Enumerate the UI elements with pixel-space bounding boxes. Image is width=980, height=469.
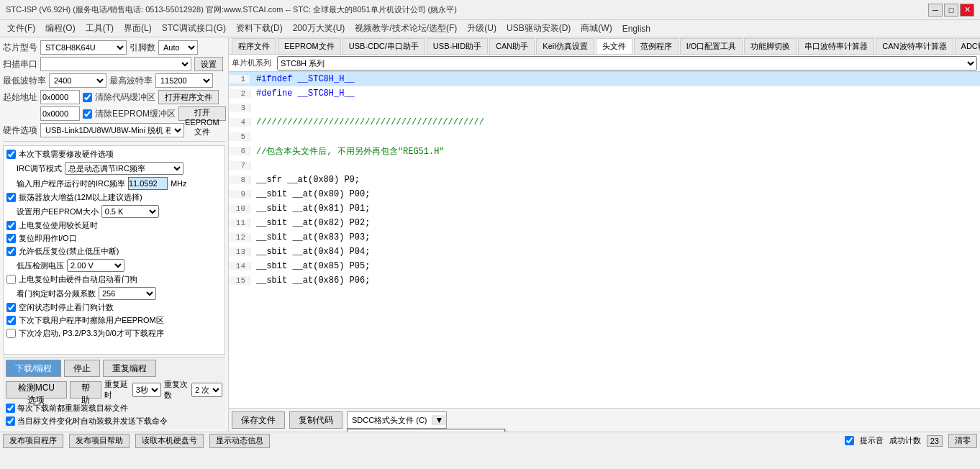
menu-item-编程(O)[interactable]: 编程(O) xyxy=(41,21,79,36)
reset-prog-button[interactable]: 重复编程 xyxy=(103,360,156,377)
watchdog-div-select[interactable]: 256 xyxy=(99,287,156,300)
low-voltage-detect-row: 低压检测电压 2.00 V xyxy=(6,259,222,272)
success-count-value: 23 xyxy=(927,435,943,447)
repeat-count-select[interactable]: 2 次 xyxy=(191,383,222,397)
code-text-11: __sbit __at(0x82) P02; xyxy=(250,218,370,228)
idle-watchdog-check[interactable] xyxy=(6,303,16,312)
settings-button[interactable]: 设置 xyxy=(194,57,223,71)
scan-port-select[interactable] xyxy=(40,57,191,71)
scan-port-label: 扫描串口 xyxy=(3,58,37,70)
irc-mode-select[interactable]: 总是动态调节IRC频率 xyxy=(65,162,183,175)
baud-row: 最低波特率 2400 最高波特率 115200 xyxy=(3,73,225,88)
copy-code-button[interactable]: 复制代码 xyxy=(289,411,342,429)
hardware-select[interactable]: USB-Link1D/U8W/U8W-Mini 脱机 程序加 ▼ xyxy=(40,123,184,137)
code-text-8: __sfr __at(0x80) P0; xyxy=(250,175,360,185)
menu-item-商城(W)[interactable]: 商城(W) xyxy=(576,21,616,36)
start-addr-label: 起始地址 xyxy=(3,91,37,104)
line-number-15: 15 xyxy=(229,276,250,285)
publish-help-button[interactable]: 发布项目帮助 xyxy=(69,434,130,448)
tab-1[interactable]: EEPROM文件 xyxy=(278,38,341,54)
reset-p1-check[interactable] xyxy=(6,234,16,243)
clear-code-cache-check[interactable] xyxy=(83,93,92,102)
next-boot-check[interactable] xyxy=(6,329,16,338)
pin-count-label: 引脚数 xyxy=(130,42,155,54)
tab-2[interactable]: USB-CDC/串口助手 xyxy=(342,38,425,54)
open-prog-file-button[interactable]: 打开程序文件 xyxy=(158,90,219,104)
stop-button[interactable]: 停止 xyxy=(64,360,100,377)
save-file-button[interactable]: 保存文件 xyxy=(232,411,285,429)
tab-0[interactable]: 程序文件 xyxy=(232,38,276,54)
tab-9[interactable]: 功能脚切换 xyxy=(744,38,797,54)
tab-7[interactable]: 范例程序 xyxy=(634,38,679,54)
chip-label: 芯片型号 xyxy=(3,42,37,54)
auto-download-check[interactable] xyxy=(6,416,15,426)
eeprom-size-select[interactable]: 0.5 K xyxy=(101,205,159,218)
close-button[interactable]: ✕ xyxy=(960,4,974,17)
watchdog-check[interactable] xyxy=(6,275,16,284)
voltage-detect-select[interactable]: 2.00 V xyxy=(67,259,124,272)
help-button[interactable]: 帮助 xyxy=(70,381,102,399)
next-boot-row: 下次冷启动, P3.2/P3.3为0/0才可下载程序 xyxy=(6,328,222,339)
open-eeprom-file-button[interactable]: 打开EEPROM文件 xyxy=(178,106,226,121)
menu-item-界面(L)[interactable]: 界面(L) xyxy=(119,21,156,36)
read-hard-disk-button[interactable]: 读取本机硬盘号 xyxy=(135,434,204,448)
irc-mode-label: IRC调节模式 xyxy=(6,163,62,174)
repeat-delay-select[interactable]: 3秒 xyxy=(132,383,161,397)
start-addr-input[interactable] xyxy=(40,90,80,104)
tab-3[interactable]: USB-HID助手 xyxy=(427,38,488,54)
dropdown-option-0[interactable]: Keil格式头文件 (C) xyxy=(348,429,504,432)
pin-count-select[interactable]: Auto xyxy=(158,40,198,55)
menu-item-USB驱动安装(D)[interactable]: USB驱动安装(D) xyxy=(502,21,575,36)
menu-item-200万大奖(U)[interactable]: 200万大奖(U) xyxy=(289,21,350,36)
tab-4[interactable]: CAN助手 xyxy=(489,38,535,54)
menu-item-工具(T)[interactable]: 工具(T) xyxy=(81,21,118,36)
clear-count-button[interactable]: 清零 xyxy=(948,434,977,448)
menu-item-资料下载(D)[interactable]: 资料下载(D) xyxy=(232,21,287,36)
tab-11[interactable]: CAN波特率计算器 xyxy=(876,38,953,54)
modify-hardware-options-check[interactable] xyxy=(6,150,16,159)
show-dynamic-button[interactable]: 显示动态信息 xyxy=(209,434,270,448)
dropdown-arrow[interactable]: ▼ xyxy=(432,415,447,425)
sound-check[interactable] xyxy=(845,436,854,445)
max-baud-select[interactable]: 115200 xyxy=(155,73,213,88)
erase-eeprom-row: 下次下载用户程序时擦除用户EEPROM区 xyxy=(6,315,222,326)
repeat-count-label: 重复次数 xyxy=(164,379,189,401)
clear-eeprom-cache-check[interactable] xyxy=(83,109,92,119)
low-voltage-check[interactable] xyxy=(6,247,16,256)
line-number-12: 12 xyxy=(229,233,250,242)
menu-item-STC调试接口(G)[interactable]: STC调试接口(G) xyxy=(158,21,230,36)
tab-10[interactable]: 串口波特率计算器 xyxy=(798,38,874,54)
irc-freq-input[interactable] xyxy=(128,177,168,190)
minimize-button[interactable]: ─ xyxy=(928,4,943,17)
erase-eeprom-check[interactable] xyxy=(6,316,16,325)
options-header-row: 本次下载需要修改硬件选项 xyxy=(6,149,222,160)
series-select[interactable]: STC8H 系列 xyxy=(277,56,977,70)
menu-item-English[interactable]: English xyxy=(618,22,655,35)
next-boot-label: 下次冷启动, P3.2/P3.3为0/0才可下载程序 xyxy=(19,328,164,339)
menu-item-文件(F)[interactable]: 文件(F) xyxy=(3,21,40,36)
download-program-button[interactable]: 下载/编程 xyxy=(6,360,61,377)
line-number-7: 7 xyxy=(229,161,250,170)
reload-every-label: 每次下载前都重新装载目标文件 xyxy=(17,403,128,414)
power-reset-long-check[interactable] xyxy=(6,221,16,230)
publish-project-button[interactable]: 发布项目程序 xyxy=(3,434,63,448)
menu-item-升级(U)[interactable]: 升级(U) xyxy=(463,21,501,36)
main-buttons-row: 下载/编程 停止 重复编程 xyxy=(6,360,222,377)
menu-item-视频教学/技术论坛/选型(F)[interactable]: 视频教学/技术论坛/选型(F) xyxy=(350,21,461,36)
eeprom-addr-input[interactable] xyxy=(40,106,80,121)
tab-5[interactable]: Keil仿真设置 xyxy=(536,38,594,54)
tab-12[interactable]: ADC转换速度 ◄ xyxy=(955,38,980,54)
min-baud-select[interactable]: 2400 xyxy=(49,73,106,88)
chip-row: 芯片型号 STC8H8K64U 引脚数 Auto xyxy=(3,40,225,55)
reload-every-check[interactable] xyxy=(6,404,15,413)
amplifier-check[interactable] xyxy=(6,193,16,202)
chip-select[interactable]: STC8H8K64U xyxy=(40,40,127,55)
idle-watchdog-label: 空闲状态时停止看门狗计数 xyxy=(19,302,114,313)
erase-eeprom-label: 下次下载用户程序时擦除用户EEPROM区 xyxy=(19,315,164,326)
maximize-button[interactable]: □ xyxy=(944,4,958,17)
tab-6[interactable]: 头文件 xyxy=(596,38,632,54)
tab-8[interactable]: I/O口配置工具 xyxy=(680,38,743,54)
status-right: 提示音 成功计数 23 清零 xyxy=(845,434,977,448)
detect-mcu-button[interactable]: 检测MCU选项 xyxy=(6,381,67,399)
hardware-row: 硬件选项 USB-Link1D/U8W/U8W-Mini 脱机 程序加 ▼ xyxy=(3,123,225,137)
